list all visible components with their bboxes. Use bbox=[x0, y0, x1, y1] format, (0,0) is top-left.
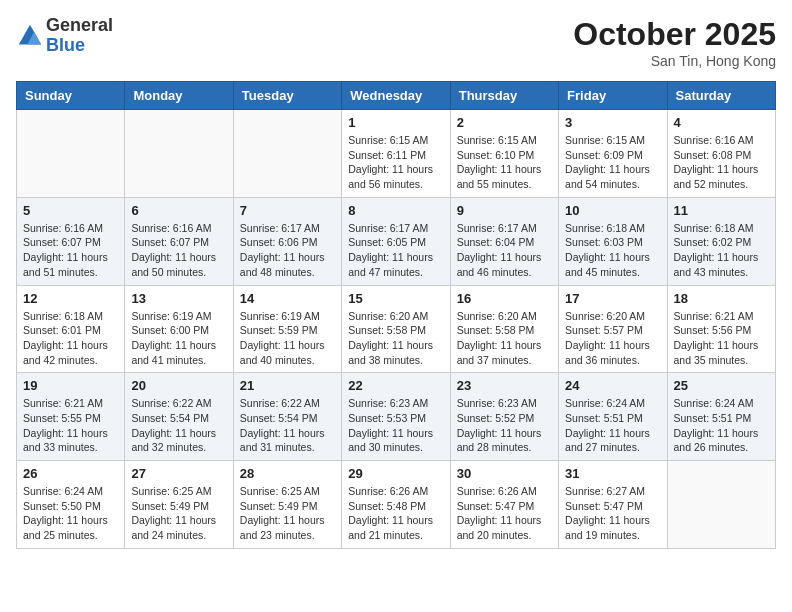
logo-blue-text: Blue bbox=[46, 36, 113, 56]
calendar-cell: 22Sunrise: 6:23 AM Sunset: 5:53 PM Dayli… bbox=[342, 373, 450, 461]
logo-general-text: General bbox=[46, 16, 113, 36]
day-header-wednesday: Wednesday bbox=[342, 82, 450, 110]
calendar-cell: 7Sunrise: 6:17 AM Sunset: 6:06 PM Daylig… bbox=[233, 197, 341, 285]
calendar-cell: 13Sunrise: 6:19 AM Sunset: 6:00 PM Dayli… bbox=[125, 285, 233, 373]
calendar-cell: 15Sunrise: 6:20 AM Sunset: 5:58 PM Dayli… bbox=[342, 285, 450, 373]
day-header-sunday: Sunday bbox=[17, 82, 125, 110]
calendar-table: SundayMondayTuesdayWednesdayThursdayFrid… bbox=[16, 81, 776, 549]
day-info: Sunrise: 6:19 AM Sunset: 5:59 PM Dayligh… bbox=[240, 309, 335, 368]
day-number: 30 bbox=[457, 466, 552, 481]
day-info: Sunrise: 6:20 AM Sunset: 5:58 PM Dayligh… bbox=[457, 309, 552, 368]
day-number: 22 bbox=[348, 378, 443, 393]
day-number: 14 bbox=[240, 291, 335, 306]
day-info: Sunrise: 6:15 AM Sunset: 6:10 PM Dayligh… bbox=[457, 133, 552, 192]
day-info: Sunrise: 6:20 AM Sunset: 5:58 PM Dayligh… bbox=[348, 309, 443, 368]
day-info: Sunrise: 6:17 AM Sunset: 6:05 PM Dayligh… bbox=[348, 221, 443, 280]
calendar-cell: 18Sunrise: 6:21 AM Sunset: 5:56 PM Dayli… bbox=[667, 285, 775, 373]
calendar-week-2: 5Sunrise: 6:16 AM Sunset: 6:07 PM Daylig… bbox=[17, 197, 776, 285]
location-subtitle: San Tin, Hong Kong bbox=[573, 53, 776, 69]
day-info: Sunrise: 6:23 AM Sunset: 5:53 PM Dayligh… bbox=[348, 396, 443, 455]
calendar-cell: 8Sunrise: 6:17 AM Sunset: 6:05 PM Daylig… bbox=[342, 197, 450, 285]
day-number: 26 bbox=[23, 466, 118, 481]
day-info: Sunrise: 6:24 AM Sunset: 5:51 PM Dayligh… bbox=[565, 396, 660, 455]
day-info: Sunrise: 6:21 AM Sunset: 5:56 PM Dayligh… bbox=[674, 309, 769, 368]
calendar-cell: 23Sunrise: 6:23 AM Sunset: 5:52 PM Dayli… bbox=[450, 373, 558, 461]
day-number: 8 bbox=[348, 203, 443, 218]
calendar-cell: 29Sunrise: 6:26 AM Sunset: 5:48 PM Dayli… bbox=[342, 461, 450, 549]
day-info: Sunrise: 6:22 AM Sunset: 5:54 PM Dayligh… bbox=[131, 396, 226, 455]
day-number: 4 bbox=[674, 115, 769, 130]
day-info: Sunrise: 6:24 AM Sunset: 5:50 PM Dayligh… bbox=[23, 484, 118, 543]
calendar-cell: 5Sunrise: 6:16 AM Sunset: 6:07 PM Daylig… bbox=[17, 197, 125, 285]
calendar-cell: 1Sunrise: 6:15 AM Sunset: 6:11 PM Daylig… bbox=[342, 110, 450, 198]
calendar-week-4: 19Sunrise: 6:21 AM Sunset: 5:55 PM Dayli… bbox=[17, 373, 776, 461]
calendar-week-3: 12Sunrise: 6:18 AM Sunset: 6:01 PM Dayli… bbox=[17, 285, 776, 373]
day-number: 5 bbox=[23, 203, 118, 218]
day-number: 19 bbox=[23, 378, 118, 393]
logo-icon bbox=[16, 22, 44, 50]
calendar-cell: 4Sunrise: 6:16 AM Sunset: 6:08 PM Daylig… bbox=[667, 110, 775, 198]
day-info: Sunrise: 6:26 AM Sunset: 5:47 PM Dayligh… bbox=[457, 484, 552, 543]
calendar-week-1: 1Sunrise: 6:15 AM Sunset: 6:11 PM Daylig… bbox=[17, 110, 776, 198]
day-number: 17 bbox=[565, 291, 660, 306]
day-number: 25 bbox=[674, 378, 769, 393]
day-info: Sunrise: 6:16 AM Sunset: 6:08 PM Dayligh… bbox=[674, 133, 769, 192]
day-info: Sunrise: 6:18 AM Sunset: 6:02 PM Dayligh… bbox=[674, 221, 769, 280]
day-header-monday: Monday bbox=[125, 82, 233, 110]
calendar-cell: 9Sunrise: 6:17 AM Sunset: 6:04 PM Daylig… bbox=[450, 197, 558, 285]
day-number: 15 bbox=[348, 291, 443, 306]
day-number: 7 bbox=[240, 203, 335, 218]
calendar-cell: 16Sunrise: 6:20 AM Sunset: 5:58 PM Dayli… bbox=[450, 285, 558, 373]
day-number: 6 bbox=[131, 203, 226, 218]
day-info: Sunrise: 6:23 AM Sunset: 5:52 PM Dayligh… bbox=[457, 396, 552, 455]
day-info: Sunrise: 6:18 AM Sunset: 6:01 PM Dayligh… bbox=[23, 309, 118, 368]
calendar-cell: 17Sunrise: 6:20 AM Sunset: 5:57 PM Dayli… bbox=[559, 285, 667, 373]
page-header: General Blue October 2025 San Tin, Hong … bbox=[16, 16, 776, 69]
calendar-cell bbox=[233, 110, 341, 198]
calendar-cell bbox=[125, 110, 233, 198]
day-info: Sunrise: 6:27 AM Sunset: 5:47 PM Dayligh… bbox=[565, 484, 660, 543]
title-section: October 2025 San Tin, Hong Kong bbox=[573, 16, 776, 69]
day-header-thursday: Thursday bbox=[450, 82, 558, 110]
day-info: Sunrise: 6:15 AM Sunset: 6:09 PM Dayligh… bbox=[565, 133, 660, 192]
calendar-header: SundayMondayTuesdayWednesdayThursdayFrid… bbox=[17, 82, 776, 110]
calendar-cell: 14Sunrise: 6:19 AM Sunset: 5:59 PM Dayli… bbox=[233, 285, 341, 373]
calendar-cell: 6Sunrise: 6:16 AM Sunset: 6:07 PM Daylig… bbox=[125, 197, 233, 285]
calendar-week-5: 26Sunrise: 6:24 AM Sunset: 5:50 PM Dayli… bbox=[17, 461, 776, 549]
day-info: Sunrise: 6:24 AM Sunset: 5:51 PM Dayligh… bbox=[674, 396, 769, 455]
day-header-tuesday: Tuesday bbox=[233, 82, 341, 110]
calendar-cell: 20Sunrise: 6:22 AM Sunset: 5:54 PM Dayli… bbox=[125, 373, 233, 461]
calendar-body: 1Sunrise: 6:15 AM Sunset: 6:11 PM Daylig… bbox=[17, 110, 776, 549]
calendar-cell: 19Sunrise: 6:21 AM Sunset: 5:55 PM Dayli… bbox=[17, 373, 125, 461]
calendar-cell: 27Sunrise: 6:25 AM Sunset: 5:49 PM Dayli… bbox=[125, 461, 233, 549]
day-header-saturday: Saturday bbox=[667, 82, 775, 110]
day-info: Sunrise: 6:20 AM Sunset: 5:57 PM Dayligh… bbox=[565, 309, 660, 368]
calendar-cell: 25Sunrise: 6:24 AM Sunset: 5:51 PM Dayli… bbox=[667, 373, 775, 461]
day-number: 11 bbox=[674, 203, 769, 218]
day-info: Sunrise: 6:17 AM Sunset: 6:04 PM Dayligh… bbox=[457, 221, 552, 280]
day-number: 27 bbox=[131, 466, 226, 481]
day-info: Sunrise: 6:26 AM Sunset: 5:48 PM Dayligh… bbox=[348, 484, 443, 543]
day-info: Sunrise: 6:15 AM Sunset: 6:11 PM Dayligh… bbox=[348, 133, 443, 192]
day-number: 1 bbox=[348, 115, 443, 130]
day-number: 16 bbox=[457, 291, 552, 306]
logo: General Blue bbox=[16, 16, 113, 56]
day-number: 10 bbox=[565, 203, 660, 218]
calendar-cell: 11Sunrise: 6:18 AM Sunset: 6:02 PM Dayli… bbox=[667, 197, 775, 285]
calendar-cell: 3Sunrise: 6:15 AM Sunset: 6:09 PM Daylig… bbox=[559, 110, 667, 198]
calendar-cell: 24Sunrise: 6:24 AM Sunset: 5:51 PM Dayli… bbox=[559, 373, 667, 461]
day-number: 9 bbox=[457, 203, 552, 218]
day-number: 21 bbox=[240, 378, 335, 393]
calendar-cell: 31Sunrise: 6:27 AM Sunset: 5:47 PM Dayli… bbox=[559, 461, 667, 549]
calendar-cell bbox=[17, 110, 125, 198]
day-number: 13 bbox=[131, 291, 226, 306]
day-number: 29 bbox=[348, 466, 443, 481]
day-info: Sunrise: 6:16 AM Sunset: 6:07 PM Dayligh… bbox=[131, 221, 226, 280]
day-info: Sunrise: 6:22 AM Sunset: 5:54 PM Dayligh… bbox=[240, 396, 335, 455]
day-info: Sunrise: 6:25 AM Sunset: 5:49 PM Dayligh… bbox=[131, 484, 226, 543]
days-of-week-row: SundayMondayTuesdayWednesdayThursdayFrid… bbox=[17, 82, 776, 110]
day-info: Sunrise: 6:18 AM Sunset: 6:03 PM Dayligh… bbox=[565, 221, 660, 280]
day-header-friday: Friday bbox=[559, 82, 667, 110]
day-info: Sunrise: 6:21 AM Sunset: 5:55 PM Dayligh… bbox=[23, 396, 118, 455]
calendar-cell: 26Sunrise: 6:24 AM Sunset: 5:50 PM Dayli… bbox=[17, 461, 125, 549]
